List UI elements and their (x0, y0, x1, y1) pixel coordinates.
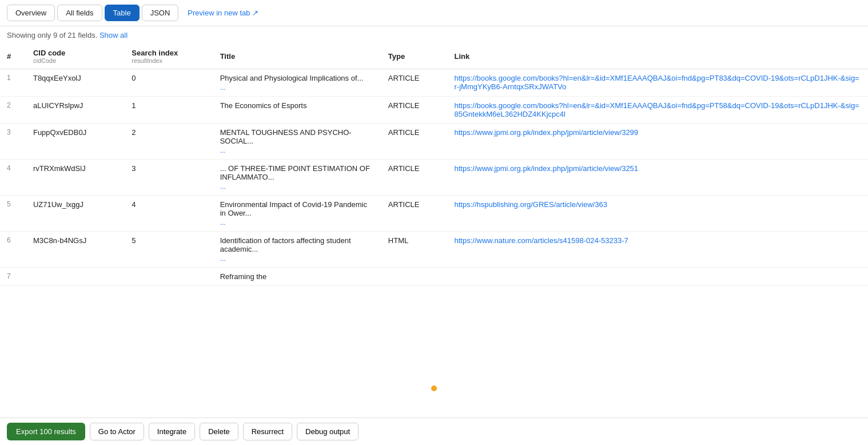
expand-title[interactable]: ... (220, 255, 375, 263)
cell-title: MENTAL TOUGHNESS AND PSYCHO-SOCIAL...... (213, 124, 381, 160)
cell-index: 3 (125, 160, 213, 196)
cell-link (448, 268, 868, 286)
expand-title[interactable]: ... (220, 84, 375, 92)
table-body: 1T8qqxEeYxolJ0Physical and Physiological… (0, 69, 868, 286)
cell-num: 5 (0, 196, 26, 232)
table-header-row: # CID codecidCode Search indexresultInde… (0, 44, 868, 69)
cell-title: Physical and Physiological Implications … (213, 69, 381, 97)
cell-cid: FuppQxvEDB0J (26, 124, 125, 160)
col-link: Link (448, 44, 868, 69)
cell-link: https://hspublishing.org/GRES/article/vi… (448, 196, 868, 232)
table-row: 7Reframing the (0, 268, 868, 286)
cell-cid: UZ71Uw_lxggJ (26, 196, 125, 232)
show-all-link[interactable]: Show all (99, 31, 128, 39)
cell-cid (26, 268, 125, 286)
cell-index: 4 (125, 196, 213, 232)
cell-cid: aLUICYRslpwJ (26, 97, 125, 124)
fields-info-text: Showing only 9 of 21 fields. (7, 31, 97, 39)
cell-type: HTML (381, 232, 448, 268)
cell-type: ARTICLE (381, 196, 448, 232)
cell-num: 3 (0, 124, 26, 160)
cell-index (125, 268, 213, 286)
cell-num: 6 (0, 232, 26, 268)
col-type: Type (381, 44, 448, 69)
table-row: 5UZ71Uw_lxggJ4Environmental Impact of Co… (0, 196, 868, 232)
table-wrapper: # CID codecidCode Search indexresultInde… (0, 44, 868, 418)
cell-link: https://www.nature.com/articles/s41598-0… (448, 232, 868, 268)
cell-type: ARTICLE (381, 124, 448, 160)
cell-index: 0 (125, 69, 213, 97)
cell-title: Environmental Impact of Covid-19 Pandemi… (213, 196, 381, 232)
go-to-actor-button[interactable]: Go to Actor (90, 423, 144, 440)
table-row: 6M3C8n-b4NGsJ5Identification of factors … (0, 232, 868, 268)
expand-title[interactable]: ... (220, 146, 375, 154)
row-link[interactable]: https://www.jpmi.org.pk/index.php/jpmi/a… (455, 164, 639, 173)
cell-title: Identification of factors affecting stud… (213, 232, 381, 268)
row-link[interactable]: https://www.nature.com/articles/s41598-0… (455, 236, 628, 245)
row-link[interactable]: https://hspublishing.org/GRES/article/vi… (455, 200, 607, 209)
external-link-icon: ↗ (252, 9, 258, 17)
expand-title[interactable]: ... (220, 182, 375, 190)
row-link[interactable]: https://www.jpmi.org.pk/index.php/jpmi/a… (455, 128, 639, 137)
cell-title: ... OF THREE-TIME POINT ESTIMATION OF IN… (213, 160, 381, 196)
scroll-indicator (431, 386, 437, 391)
export-button[interactable]: Export 100 results (7, 423, 85, 440)
preview-link-text: Preview in new tab (188, 9, 250, 17)
table-row: 2aLUICYRslpwJ1The Economics of EsportsAR… (0, 97, 868, 124)
table-row: 1T8qqxEeYxolJ0Physical and Physiological… (0, 69, 868, 97)
table-tab[interactable]: Table (105, 5, 140, 21)
all-fields-tab[interactable]: All fields (57, 5, 102, 21)
cell-link: https://books.google.com/books?hl=en&lr=… (448, 97, 868, 124)
cell-cid: T8qqxEeYxolJ (26, 69, 125, 97)
cell-cid: rvTRXmkWdSlJ (26, 160, 125, 196)
bottom-bar: Export 100 results Go to Actor Integrate… (0, 418, 868, 445)
data-table: # CID codecidCode Search indexresultInde… (0, 44, 868, 286)
cell-num: 7 (0, 268, 26, 286)
cell-num: 2 (0, 97, 26, 124)
cell-type (381, 268, 448, 286)
toolbar: Overview All fields Table JSON Preview i… (0, 0, 868, 26)
cell-index: 5 (125, 232, 213, 268)
cell-link: https://www.jpmi.org.pk/index.php/jpmi/a… (448, 160, 868, 196)
delete-button[interactable]: Delete (200, 423, 238, 440)
col-num: # (0, 44, 26, 69)
table-row: 3FuppQxvEDB0J2MENTAL TOUGHNESS AND PSYCH… (0, 124, 868, 160)
debug-output-button[interactable]: Debug output (297, 423, 359, 440)
col-cid: CID codecidCode (26, 44, 125, 69)
cell-num: 4 (0, 160, 26, 196)
cell-index: 1 (125, 97, 213, 124)
cell-cid: M3C8n-b4NGsJ (26, 232, 125, 268)
overview-tab[interactable]: Overview (7, 5, 55, 21)
cell-link: https://books.google.com/books?hl=en&lr=… (448, 69, 868, 97)
cell-type: ARTICLE (381, 69, 448, 97)
integrate-button[interactable]: Integrate (149, 423, 195, 440)
cell-num: 1 (0, 69, 26, 97)
cell-type: ARTICLE (381, 97, 448, 124)
row-link[interactable]: https://books.google.com/books?hl=en&lr=… (455, 74, 859, 91)
json-tab[interactable]: JSON (142, 5, 179, 21)
table-row: 4rvTRXmkWdSlJ3... OF THREE-TIME POINT ES… (0, 160, 868, 196)
expand-title[interactable]: ... (220, 218, 375, 227)
fields-info-bar: Showing only 9 of 21 fields. Show all (0, 26, 868, 44)
cell-title: The Economics of Esports (213, 97, 381, 124)
col-index: Search indexresultIndex (125, 44, 213, 69)
cell-link: https://www.jpmi.org.pk/index.php/jpmi/a… (448, 124, 868, 160)
col-title: Title (213, 44, 381, 69)
resurrect-button[interactable]: Resurrect (243, 423, 292, 440)
preview-link[interactable]: Preview in new tab ↗ (188, 9, 258, 17)
cell-title: Reframing the (213, 268, 381, 286)
row-link[interactable]: https://books.google.com/books?hl=en&lr=… (455, 101, 859, 118)
cell-type: ARTICLE (381, 160, 448, 196)
cell-index: 2 (125, 124, 213, 160)
